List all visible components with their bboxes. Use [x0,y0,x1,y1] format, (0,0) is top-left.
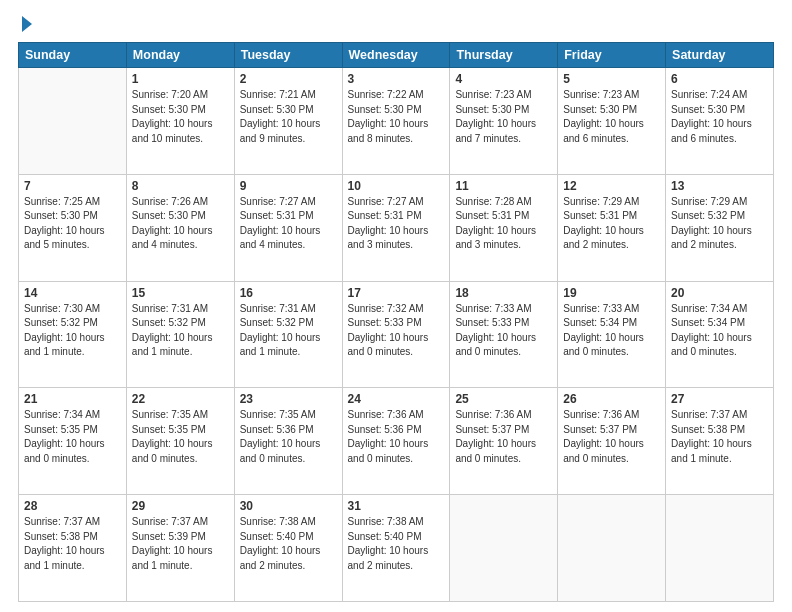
day-number: 20 [671,286,768,300]
table-row: 13Sunrise: 7:29 AM Sunset: 5:32 PM Dayli… [666,174,774,281]
table-row: 8Sunrise: 7:26 AM Sunset: 5:30 PM Daylig… [126,174,234,281]
table-row: 21Sunrise: 7:34 AM Sunset: 5:35 PM Dayli… [19,388,127,495]
calendar-header-thursday: Thursday [450,43,558,68]
page: SundayMondayTuesdayWednesdayThursdayFrid… [0,0,792,612]
day-info: Sunrise: 7:37 AM Sunset: 5:39 PM Dayligh… [132,515,229,573]
day-info: Sunrise: 7:28 AM Sunset: 5:31 PM Dayligh… [455,195,552,253]
calendar-week-2: 7Sunrise: 7:25 AM Sunset: 5:30 PM Daylig… [19,174,774,281]
calendar-week-3: 14Sunrise: 7:30 AM Sunset: 5:32 PM Dayli… [19,281,774,388]
day-number: 19 [563,286,660,300]
calendar-header-row: SundayMondayTuesdayWednesdayThursdayFrid… [19,43,774,68]
day-info: Sunrise: 7:38 AM Sunset: 5:40 PM Dayligh… [348,515,445,573]
day-number: 18 [455,286,552,300]
day-info: Sunrise: 7:36 AM Sunset: 5:36 PM Dayligh… [348,408,445,466]
day-number: 16 [240,286,337,300]
day-info: Sunrise: 7:33 AM Sunset: 5:33 PM Dayligh… [455,302,552,360]
table-row: 28Sunrise: 7:37 AM Sunset: 5:38 PM Dayli… [19,495,127,602]
day-number: 2 [240,72,337,86]
day-info: Sunrise: 7:31 AM Sunset: 5:32 PM Dayligh… [240,302,337,360]
day-number: 10 [348,179,445,193]
table-row: 23Sunrise: 7:35 AM Sunset: 5:36 PM Dayli… [234,388,342,495]
day-number: 8 [132,179,229,193]
day-info: Sunrise: 7:30 AM Sunset: 5:32 PM Dayligh… [24,302,121,360]
day-info: Sunrise: 7:35 AM Sunset: 5:35 PM Dayligh… [132,408,229,466]
table-row: 9Sunrise: 7:27 AM Sunset: 5:31 PM Daylig… [234,174,342,281]
day-info: Sunrise: 7:32 AM Sunset: 5:33 PM Dayligh… [348,302,445,360]
day-info: Sunrise: 7:34 AM Sunset: 5:35 PM Dayligh… [24,408,121,466]
table-row [558,495,666,602]
day-number: 7 [24,179,121,193]
day-info: Sunrise: 7:25 AM Sunset: 5:30 PM Dayligh… [24,195,121,253]
day-number: 22 [132,392,229,406]
day-info: Sunrise: 7:26 AM Sunset: 5:30 PM Dayligh… [132,195,229,253]
logo-arrow-icon [22,16,32,32]
day-number: 6 [671,72,768,86]
table-row: 1Sunrise: 7:20 AM Sunset: 5:30 PM Daylig… [126,68,234,175]
table-row: 14Sunrise: 7:30 AM Sunset: 5:32 PM Dayli… [19,281,127,388]
table-row: 2Sunrise: 7:21 AM Sunset: 5:30 PM Daylig… [234,68,342,175]
table-row: 27Sunrise: 7:37 AM Sunset: 5:38 PM Dayli… [666,388,774,495]
day-info: Sunrise: 7:37 AM Sunset: 5:38 PM Dayligh… [24,515,121,573]
table-row: 7Sunrise: 7:25 AM Sunset: 5:30 PM Daylig… [19,174,127,281]
table-row: 26Sunrise: 7:36 AM Sunset: 5:37 PM Dayli… [558,388,666,495]
calendar-header-friday: Friday [558,43,666,68]
calendar-week-5: 28Sunrise: 7:37 AM Sunset: 5:38 PM Dayli… [19,495,774,602]
day-number: 1 [132,72,229,86]
table-row: 15Sunrise: 7:31 AM Sunset: 5:32 PM Dayli… [126,281,234,388]
table-row: 10Sunrise: 7:27 AM Sunset: 5:31 PM Dayli… [342,174,450,281]
table-row [19,68,127,175]
calendar-header-saturday: Saturday [666,43,774,68]
table-row: 6Sunrise: 7:24 AM Sunset: 5:30 PM Daylig… [666,68,774,175]
table-row: 22Sunrise: 7:35 AM Sunset: 5:35 PM Dayli… [126,388,234,495]
day-number: 12 [563,179,660,193]
calendar-week-4: 21Sunrise: 7:34 AM Sunset: 5:35 PM Dayli… [19,388,774,495]
table-row [450,495,558,602]
day-info: Sunrise: 7:23 AM Sunset: 5:30 PM Dayligh… [455,88,552,146]
table-row: 16Sunrise: 7:31 AM Sunset: 5:32 PM Dayli… [234,281,342,388]
day-number: 29 [132,499,229,513]
table-row: 17Sunrise: 7:32 AM Sunset: 5:33 PM Dayli… [342,281,450,388]
day-number: 26 [563,392,660,406]
day-info: Sunrise: 7:31 AM Sunset: 5:32 PM Dayligh… [132,302,229,360]
calendar-header-sunday: Sunday [19,43,127,68]
day-number: 28 [24,499,121,513]
day-info: Sunrise: 7:23 AM Sunset: 5:30 PM Dayligh… [563,88,660,146]
logo [18,18,32,32]
calendar-header-wednesday: Wednesday [342,43,450,68]
day-number: 4 [455,72,552,86]
table-row: 24Sunrise: 7:36 AM Sunset: 5:36 PM Dayli… [342,388,450,495]
day-info: Sunrise: 7:27 AM Sunset: 5:31 PM Dayligh… [348,195,445,253]
day-info: Sunrise: 7:33 AM Sunset: 5:34 PM Dayligh… [563,302,660,360]
table-row: 29Sunrise: 7:37 AM Sunset: 5:39 PM Dayli… [126,495,234,602]
day-info: Sunrise: 7:29 AM Sunset: 5:31 PM Dayligh… [563,195,660,253]
table-row: 12Sunrise: 7:29 AM Sunset: 5:31 PM Dayli… [558,174,666,281]
day-info: Sunrise: 7:21 AM Sunset: 5:30 PM Dayligh… [240,88,337,146]
table-row: 11Sunrise: 7:28 AM Sunset: 5:31 PM Dayli… [450,174,558,281]
day-number: 11 [455,179,552,193]
table-row: 4Sunrise: 7:23 AM Sunset: 5:30 PM Daylig… [450,68,558,175]
day-info: Sunrise: 7:20 AM Sunset: 5:30 PM Dayligh… [132,88,229,146]
day-number: 15 [132,286,229,300]
calendar-header-tuesday: Tuesday [234,43,342,68]
day-info: Sunrise: 7:37 AM Sunset: 5:38 PM Dayligh… [671,408,768,466]
table-row: 20Sunrise: 7:34 AM Sunset: 5:34 PM Dayli… [666,281,774,388]
day-info: Sunrise: 7:29 AM Sunset: 5:32 PM Dayligh… [671,195,768,253]
calendar-table: SundayMondayTuesdayWednesdayThursdayFrid… [18,42,774,602]
table-row: 30Sunrise: 7:38 AM Sunset: 5:40 PM Dayli… [234,495,342,602]
day-number: 25 [455,392,552,406]
table-row: 25Sunrise: 7:36 AM Sunset: 5:37 PM Dayli… [450,388,558,495]
day-number: 9 [240,179,337,193]
day-number: 17 [348,286,445,300]
table-row [666,495,774,602]
day-number: 27 [671,392,768,406]
table-row: 5Sunrise: 7:23 AM Sunset: 5:30 PM Daylig… [558,68,666,175]
day-number: 21 [24,392,121,406]
day-info: Sunrise: 7:34 AM Sunset: 5:34 PM Dayligh… [671,302,768,360]
day-info: Sunrise: 7:22 AM Sunset: 5:30 PM Dayligh… [348,88,445,146]
table-row: 18Sunrise: 7:33 AM Sunset: 5:33 PM Dayli… [450,281,558,388]
day-number: 23 [240,392,337,406]
table-row: 3Sunrise: 7:22 AM Sunset: 5:30 PM Daylig… [342,68,450,175]
calendar-week-1: 1Sunrise: 7:20 AM Sunset: 5:30 PM Daylig… [19,68,774,175]
day-number: 13 [671,179,768,193]
day-info: Sunrise: 7:38 AM Sunset: 5:40 PM Dayligh… [240,515,337,573]
